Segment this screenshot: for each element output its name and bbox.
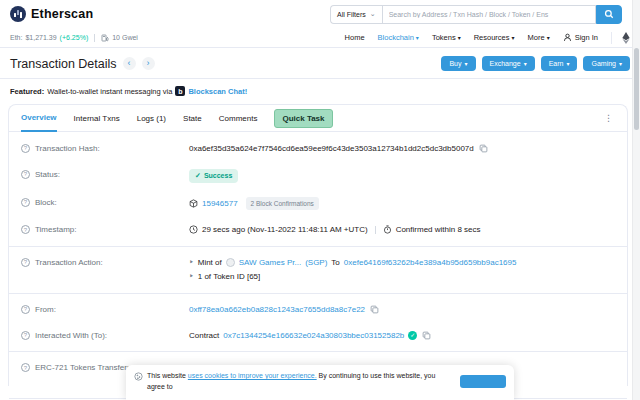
gas-pump-icon bbox=[101, 34, 109, 42]
nav-label: Home bbox=[345, 33, 365, 42]
field-label: Transaction Hash: bbox=[35, 143, 100, 155]
chevron-down-icon: ▾ bbox=[547, 34, 550, 41]
divider bbox=[375, 226, 376, 234]
row-block: Block: 15946577 2 Block Confirmations bbox=[9, 190, 627, 217]
scrollbar-track[interactable] bbox=[632, 0, 640, 400]
tab-internal-txns[interactable]: Internal Txns bbox=[74, 105, 120, 131]
help-icon[interactable] bbox=[21, 198, 30, 207]
search-button[interactable] bbox=[596, 5, 622, 24]
eth-price-change: (+6.25%) bbox=[60, 34, 89, 41]
cookie-policy-link[interactable]: uses cookies to improve your experience. bbox=[188, 372, 317, 379]
buy-button[interactable]: Buy ▾ bbox=[441, 56, 475, 71]
tab-comments[interactable]: Comments bbox=[219, 105, 258, 131]
gaming-button[interactable]: Gaming ▾ bbox=[583, 56, 630, 71]
help-icon[interactable] bbox=[21, 331, 30, 340]
search-icon bbox=[604, 9, 614, 19]
field-label: ERC-721 Tokens Transferred: bbox=[35, 362, 141, 374]
sign-in-label: Sign In bbox=[575, 33, 598, 42]
main-nav: Home Blockchain ▾ Tokens ▾ Resources ▾ M… bbox=[345, 32, 630, 44]
token-link[interactable]: SAW Games Pr... bbox=[239, 257, 301, 269]
row-from: From: 0xff78ea0a662eb0a828c1243ac7655dd8… bbox=[9, 297, 627, 323]
copy-icon[interactable] bbox=[478, 144, 489, 153]
block-number-link[interactable]: 15946577 bbox=[202, 198, 238, 210]
sign-in-button[interactable]: Sign In bbox=[563, 33, 598, 42]
token-logo-icon bbox=[226, 258, 235, 267]
tab-logs[interactable]: Logs (1) bbox=[137, 105, 166, 131]
eth-price-label: Eth: bbox=[10, 34, 22, 41]
previous-tx-button[interactable]: ‹ bbox=[123, 57, 136, 70]
help-icon[interactable] bbox=[21, 258, 30, 267]
nav-item-more[interactable]: More ▾ bbox=[528, 33, 550, 42]
field-label: Interacted With (To): bbox=[35, 330, 107, 342]
etherscan-transaction-page: Etherscan All Filters ⌄ Eth: $1,271.39 (… bbox=[0, 0, 640, 400]
page-title: Transaction Details bbox=[10, 57, 117, 71]
exchange-button[interactable]: Exchange ▾ bbox=[482, 56, 535, 71]
contract-address-link[interactable]: 0x7c1344254e166632e024a30803bbec03152582… bbox=[223, 330, 404, 342]
featured-label: Featured: bbox=[10, 87, 44, 96]
copy-icon[interactable] bbox=[369, 305, 380, 314]
action-to-address-link[interactable]: 0xefe64169f63262b4e389a4b95d659bb9ac1695 bbox=[344, 257, 517, 269]
field-label: From: bbox=[35, 304, 56, 316]
clock-icon bbox=[189, 225, 198, 234]
button-label: Exchange bbox=[490, 60, 521, 67]
nav-item-blockchain[interactable]: Blockchain ▾ bbox=[378, 33, 419, 42]
top-header: Etherscan All Filters ⌄ bbox=[0, 0, 640, 28]
contract-prefix: Contract bbox=[189, 330, 219, 342]
help-icon[interactable] bbox=[21, 225, 30, 234]
timestamp-value: 29 secs ago (Nov-11-2022 11:48:11 AM +UT… bbox=[202, 224, 368, 236]
chevron-down-icon: ▾ bbox=[416, 34, 419, 41]
eth-price-value[interactable]: $1,271.39 bbox=[25, 34, 56, 41]
promo-buttons: Buy ▾ Exchange ▾ Earn ▾ Gaming ▾ bbox=[441, 56, 630, 71]
help-icon[interactable] bbox=[21, 170, 30, 179]
brand-name: Etherscan bbox=[31, 7, 93, 21]
scrollbar-thumb[interactable] bbox=[634, 48, 639, 130]
network-switcher-button[interactable] bbox=[611, 32, 630, 44]
search-input[interactable] bbox=[382, 5, 596, 24]
etherscan-logo-icon bbox=[10, 6, 26, 22]
bullet-icon: ‣ bbox=[189, 271, 194, 283]
verified-check-icon: ✓ bbox=[408, 331, 417, 340]
cookie-accept-button[interactable] bbox=[460, 375, 506, 388]
nav-item-home[interactable]: Home bbox=[345, 33, 365, 42]
user-icon bbox=[563, 33, 572, 42]
from-address-link[interactable]: 0xff78ea0a662eb0a828c1243ac7655dd8a8c7e2… bbox=[189, 304, 365, 316]
search-filter-dropdown[interactable]: All Filters ⌄ bbox=[330, 5, 382, 24]
eth-price-bar: Eth: $1,271.39 (+6.25%) 10 Gwei bbox=[10, 34, 138, 42]
next-tx-button[interactable]: › bbox=[142, 57, 155, 70]
help-icon[interactable] bbox=[21, 144, 30, 153]
confirmed-within-text: Confirmed within 8 secs bbox=[396, 224, 481, 236]
section-divider bbox=[9, 246, 627, 247]
action-line2: 1 of Token ID [65] bbox=[198, 271, 261, 283]
gas-price-value[interactable]: 10 Gwei bbox=[112, 34, 138, 41]
chevron-down-icon: ▾ bbox=[512, 34, 515, 41]
nav-item-tokens[interactable]: Tokens ▾ bbox=[432, 33, 461, 42]
blockscan-chat-link[interactable]: Blockscan Chat! bbox=[188, 87, 247, 96]
nav-label: Tokens bbox=[432, 33, 456, 42]
earn-button[interactable]: Earn ▾ bbox=[541, 56, 578, 71]
search-bar: All Filters ⌄ bbox=[330, 5, 626, 24]
timer-icon bbox=[383, 225, 392, 234]
etherscan-logo[interactable]: Etherscan bbox=[10, 6, 93, 22]
button-label: Buy bbox=[449, 60, 461, 67]
kebab-menu-icon[interactable]: ⋮ bbox=[602, 113, 615, 123]
transaction-hash-value: 0xa6ef35d35a624e7f7546cd6ea59ee9f6c43de3… bbox=[189, 143, 474, 155]
button-label: Earn bbox=[549, 60, 564, 67]
tab-bar: Overview Internal Txns Logs (1) State Co… bbox=[9, 105, 627, 132]
row-transaction-hash: Transaction Hash: 0xa6ef35d35a624e7f7546… bbox=[9, 132, 627, 162]
status-badge: ✓ Success bbox=[189, 169, 238, 183]
tab-quick-task[interactable]: Quick Task bbox=[274, 109, 332, 128]
token-symbol: (SGP) bbox=[305, 257, 327, 269]
copy-icon[interactable] bbox=[421, 331, 432, 340]
nav-item-resources[interactable]: Resources ▾ bbox=[474, 33, 515, 42]
cookie-icon bbox=[134, 372, 143, 381]
featured-banner: Featured: Wallet-to-wallet instant messa… bbox=[0, 79, 640, 102]
help-icon[interactable] bbox=[21, 305, 30, 314]
help-icon[interactable] bbox=[21, 363, 30, 372]
tab-overview[interactable]: Overview bbox=[21, 104, 57, 132]
tab-state[interactable]: State bbox=[183, 105, 202, 131]
section-divider bbox=[9, 351, 627, 352]
row-timestamp: Timestamp: 29 secs ago (Nov-11-2022 11:4… bbox=[9, 217, 627, 243]
nav-label: More bbox=[528, 33, 545, 42]
cookie-text-prefix: This website bbox=[147, 372, 186, 379]
title-bar: Transaction Details ‹ › Buy ▾ Exchange ▾… bbox=[0, 48, 640, 79]
